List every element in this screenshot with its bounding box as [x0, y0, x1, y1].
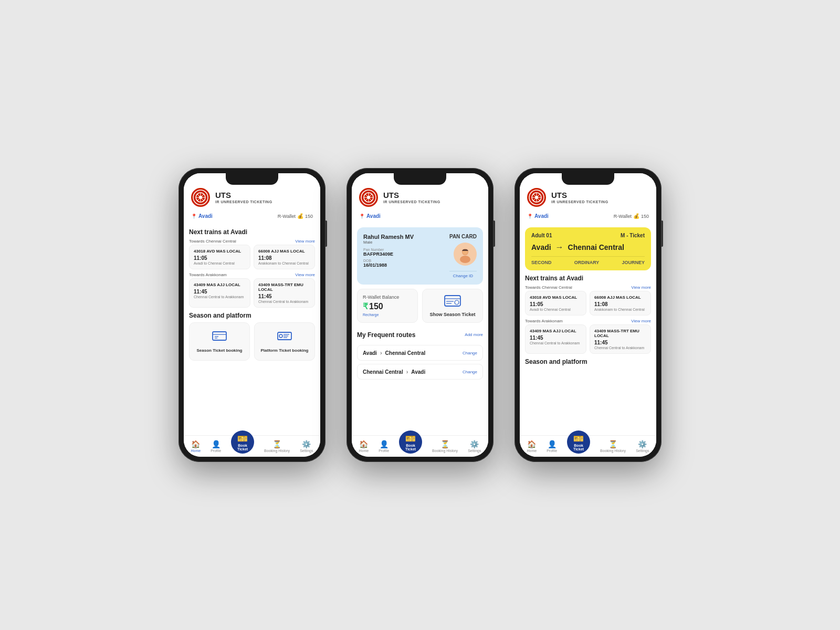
app-name-1: UTS	[215, 191, 313, 200]
frequent-header: My Frequent routes Add more	[357, 327, 483, 342]
season-ticket-label: Show Season Ticket	[430, 312, 476, 317]
phone-1-screen: UTS IR UNRESERVED TICKETING 📍 Avadi R-Wa…	[184, 173, 320, 457]
direction-row-3-1: Towards Chennai Central View more	[525, 285, 651, 290]
change-btn-1[interactable]: Change	[463, 351, 477, 355]
profile-icon-3: 👤	[548, 440, 556, 448]
route-row-1[interactable]: Avadi › Chennai Central Change	[357, 345, 483, 361]
nav-book-1[interactable]: 🎫 Book Ticket	[231, 430, 254, 454]
train-card-3-1-1[interactable]: 43018 AVD MAS LOCAL 11:05 Avadi to Chenn…	[525, 291, 586, 316]
wallet-card: R-Wallet Balance ₹ 150 Recharge	[357, 289, 418, 323]
nav-home-3[interactable]: 🏠 Home	[527, 440, 537, 453]
svg-point-25	[460, 256, 470, 263]
phone-3: UTS IR UNRESERVED TICKETING 📍 Avadi R-Wa…	[514, 168, 662, 462]
season-ticket-icon	[444, 295, 461, 310]
view-more-1[interactable]: View more	[295, 239, 315, 244]
frequent-title: My Frequent routes	[357, 331, 415, 339]
add-more-btn[interactable]: Add more	[465, 332, 483, 337]
nav-home-1[interactable]: 🏠 Home	[191, 440, 201, 453]
train-grid-3-2: 43409 MAS AJJ LOCAL 11:45 Chennai Centra…	[525, 324, 651, 354]
nav-history-2[interactable]: ⏳ Booking History	[432, 440, 458, 453]
history-icon-2: ⏳	[440, 440, 449, 448]
train-time-1-1: 11:05	[194, 255, 246, 261]
nav-settings-1[interactable]: ⚙️ Settings	[300, 440, 313, 453]
route-to-1: Chennai Central	[385, 350, 459, 356]
direction-label-1: Towards Chennai Central	[189, 239, 236, 244]
platform-label: Platform Ticket booking	[261, 348, 309, 353]
nav-profile-3[interactable]: 👤 Profile	[547, 440, 557, 453]
nav-history-3[interactable]: ⏳ Booking History	[600, 440, 626, 453]
train-grid-1: 43018 AVD MAS LOCAL 11:05 Avadi to Chenn…	[189, 245, 315, 269]
train-card-1-1[interactable]: 43018 AVD MAS LOCAL 11:05 Avadi to Chenn…	[189, 245, 250, 269]
season-ticket-card[interactable]: Season Ticket booking	[189, 322, 250, 361]
train-route-2-2: Chennai Central to Arakkonam	[258, 300, 310, 303]
ticket-class: SECOND	[531, 260, 552, 265]
nav-home-2[interactable]: 🏠 Home	[359, 440, 369, 453]
nav-settings-3[interactable]: ⚙️ Settings	[636, 440, 649, 453]
ticket-footer: SECOND ORDINARY JOURNEY	[531, 256, 645, 265]
avatar	[454, 243, 477, 266]
train-card-3-2-1[interactable]: 43409 MAS AJJ LOCAL 11:45 Chennai Centra…	[525, 324, 586, 354]
train-grid-2: 43409 MAS AJJ LOCAL 11:45 Chennai Centra…	[189, 278, 315, 308]
ticket-route: Avadi → Chennai Central	[531, 243, 645, 252]
season-card[interactable]: Show Season Ticket	[422, 289, 483, 323]
train-card-3-2-2[interactable]: 43409 MASS-TRT EMU LOCAL 11:45 Chennai C…	[590, 324, 651, 354]
screen-content-2[interactable]: Rahul Ramesh MV Male Pan Number BAFPR340…	[352, 221, 488, 435]
ticket-from: Avadi	[531, 243, 551, 251]
book-icon-2: 🎫	[405, 434, 416, 444]
ticket-type: M - Ticket	[621, 233, 645, 238]
train-card-2-1[interactable]: 43409 MAS AJJ LOCAL 11:45 Chennai Centra…	[189, 278, 250, 308]
bottom-nav-1: 🏠 Home 👤 Profile 🎫 Book Ticket ⏳ Booking…	[184, 435, 320, 457]
trains-title-1: Next trains at Avadi	[189, 228, 315, 236]
change-btn-2[interactable]: Change	[463, 370, 477, 374]
dob-value: 16/01/1988	[363, 262, 444, 268]
train-route-3-1-2: Arakkonam to Chennai Central	[594, 308, 646, 311]
nav-profile-1[interactable]: 👤 Profile	[211, 440, 221, 453]
recharge-link[interactable]: Recharge	[363, 313, 412, 317]
direction-row-2: Towards Arakkonam View more	[189, 272, 315, 277]
history-icon-3: ⏳	[608, 440, 617, 448]
view-more-2[interactable]: View more	[295, 272, 315, 277]
location-2[interactable]: 📍 Avadi	[359, 213, 381, 219]
view-more-3-1[interactable]: View more	[631, 285, 651, 290]
app-title-3: UTS IR UNRESERVED TICKETING	[551, 191, 649, 204]
season-label: Season Ticket booking	[197, 348, 243, 353]
view-more-3-2[interactable]: View more	[631, 319, 651, 323]
route-row-2[interactable]: Chennai Central › Avadi Change	[357, 364, 483, 380]
train-card-3-1-2[interactable]: 66008 AJJ MAS LOCAL 11:08 Arakkonam to C…	[590, 291, 651, 316]
profile-card: Rahul Ramesh MV Male Pan Number BAFPR340…	[357, 227, 483, 285]
app-header-1: UTS IR UNRESERVED TICKETING	[184, 173, 320, 211]
profile-gender: Male	[363, 240, 444, 245]
app-subtitle-2: IR UNRESERVED TICKETING	[383, 200, 481, 204]
nav-book-3[interactable]: 🎫 Book Ticket	[567, 430, 590, 454]
nav-profile-2[interactable]: 👤 Profile	[379, 440, 389, 453]
home-icon-3: 🏠	[527, 440, 536, 448]
profile-icon-2: 👤	[380, 440, 388, 448]
svg-point-31	[455, 300, 459, 304]
train-card-1-2[interactable]: 66008 AJJ MAS LOCAL 11:08 Arakkonam to C…	[254, 245, 315, 269]
train-name-3-2-2: 43409 MASS-TRT EMU LOCAL	[594, 329, 646, 338]
nav-settings-2[interactable]: ⚙️ Settings	[468, 440, 481, 453]
location-1[interactable]: 📍 Avadi	[191, 213, 213, 219]
app-title-1: UTS IR UNRESERVED TICKETING	[215, 191, 313, 204]
profile-icon-1: 👤	[212, 440, 220, 448]
train-card-2-2[interactable]: 43409 MASS-TRT EMU LOCAL 11:45 Chennai C…	[254, 278, 315, 308]
settings-icon-1: ⚙️	[302, 440, 311, 448]
change-id-btn[interactable]: Change ID	[449, 271, 477, 278]
train-route-2-1: Chennai Central to Arakkonam	[194, 295, 246, 299]
ticket-category: ORDINARY	[574, 260, 600, 265]
screen-content-3[interactable]: Adult 01 M - Ticket Avadi → Chennai Cent…	[520, 221, 656, 435]
location-bar-1: 📍 Avadi R-Wallet 💰 150	[184, 211, 320, 221]
pan-label: Pan Number	[363, 248, 444, 251]
platform-ticket-card[interactable]: Platform Ticket booking	[254, 322, 315, 361]
nav-history-1[interactable]: ⏳ Booking History	[264, 440, 290, 453]
ticket-top: Adult 01 M - Ticket	[531, 233, 645, 238]
coin-icon-3: 💰	[633, 213, 639, 219]
direction-label-2: Towards Arakkonam	[189, 272, 227, 277]
screen-content-1[interactable]: Next trains at Avadi Towards Chennai Cen…	[184, 221, 320, 435]
wallet-season-grid: R-Wallet Balance ₹ 150 Recharge	[357, 289, 483, 323]
nav-book-2[interactable]: 🎫 Book Ticket	[399, 430, 422, 454]
train-route-3-2-2: Chennai Central to Arakkonam	[594, 346, 646, 350]
location-3[interactable]: 📍 Avadi	[527, 213, 549, 219]
wallet-amount: ₹ 150	[363, 301, 412, 311]
history-icon-1: ⏳	[272, 440, 281, 448]
